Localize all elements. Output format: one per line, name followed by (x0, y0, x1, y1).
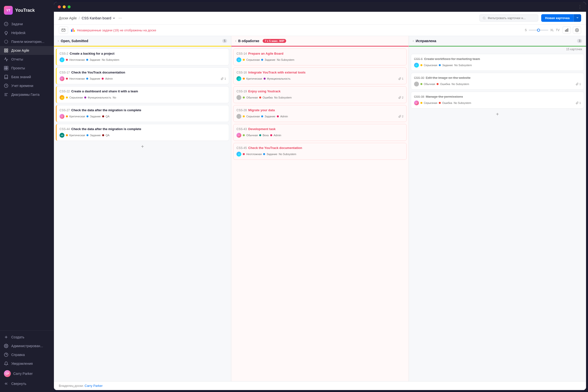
sidebar-item-projects[interactable]: Проекты (0, 64, 54, 72)
sidebar-item-monitoring[interactable]: Панели мониторин... (0, 37, 54, 46)
card-css-22[interactable]: CSS-22 Create a dashboard and share it w… (56, 86, 229, 103)
settings-toolbar-button[interactable] (573, 26, 581, 34)
col-arrow-submitted[interactable]: ‹ (58, 39, 59, 43)
card-css-27[interactable]: CSS-27 Check the data after the migratio… (56, 105, 229, 122)
col-count-fixed: 3 (577, 39, 582, 43)
size-xl-label: XL (550, 28, 554, 32)
card-css-16[interactable]: CSS-16 Integrate YouTrack with external … (233, 68, 406, 84)
type-label: Ошибка (263, 96, 273, 99)
svg-rect-9 (4, 68, 6, 70)
card-avatar (236, 114, 241, 119)
type-label: Задание (90, 77, 100, 80)
traffic-light-yellow[interactable] (63, 6, 66, 8)
card-css-30[interactable]: CSS-30 Edit the image on the website Обы… (411, 73, 584, 90)
priority-dot (66, 96, 68, 98)
type-dot (263, 153, 265, 155)
type-dot (259, 134, 261, 136)
sidebar-item-label: Диаграммы Ганта (11, 92, 40, 96)
breadcrumb-current[interactable]: CSS Kanban board (82, 16, 116, 20)
sidebar-item-gantt[interactable]: Диаграммы Ганта (0, 90, 54, 99)
card-css-6[interactable]: CSS-6 Create workflows for marketing tea… (411, 54, 584, 71)
sidebar-item-helpdesk[interactable]: Helpdesk (0, 28, 54, 37)
priority-label: Неотложная (69, 77, 85, 80)
new-card-arrow-button[interactable] (574, 14, 581, 22)
chart-toolbar-button[interactable] (562, 26, 571, 34)
window-more-icon[interactable]: ⋮ (578, 4, 582, 10)
gear-icon (4, 344, 8, 348)
collapse-button[interactable]: Свернуть (0, 379, 54, 388)
column-inprogress: ‹ В обработке 7 с 5 макс. WIP CSS-14 Pre… (231, 36, 409, 381)
add-card-fixed[interactable]: + (411, 110, 584, 118)
add-card-submitted[interactable]: + (56, 143, 229, 150)
sidebar-item-admin[interactable]: Администрирован... (0, 342, 54, 350)
traffic-light-green[interactable] (68, 6, 70, 8)
subsystem-dot (277, 116, 279, 117)
sidebar-item-tasks[interactable]: Задачи (0, 20, 54, 28)
collapse-label: Свернуть (11, 382, 26, 386)
column-cards-fixed: CSS-6 Create workflows for marketing tea… (409, 52, 586, 381)
svg-rect-4 (6, 49, 8, 50)
clock-icon (4, 84, 8, 88)
priority-label: Обычная (246, 96, 258, 99)
size-s-label: S (525, 28, 527, 32)
user-profile[interactable]: CP Carry Parker (0, 368, 54, 379)
card-css-19[interactable]: CSS-19 Enjoy using Youtrack Обычная Ошиб… (233, 86, 406, 103)
card-title: Prepare an Agile Board (248, 52, 283, 55)
new-card-button[interactable]: Новая карточка (541, 14, 574, 22)
kanban-board: ‹ Open, Submitted 5 CSS-2 Create a backl… (54, 36, 586, 381)
window-chrome: ⋮ (54, 2, 586, 12)
card-css-44[interactable]: CSS-44 Check the data after the migratio… (56, 124, 229, 141)
card-title: Create a dashboard and share it with a t… (71, 90, 138, 93)
size-slider-track[interactable] (529, 30, 548, 30)
card-id: CSS-19 (236, 90, 247, 93)
card-avatar: Q (60, 114, 64, 119)
search-input[interactable] (488, 16, 535, 20)
type-dot (86, 59, 88, 61)
card-css-43[interactable]: CSS-43 Development task D Обычная Веха A… (233, 124, 406, 141)
sidebar-item-notifications[interactable]: Уведомления (0, 359, 54, 368)
sidebar-item-create[interactable]: Создать (0, 333, 54, 342)
email-toolbar-button[interactable] (59, 26, 68, 34)
card-css-45[interactable]: CSS-45 Check the YouTrack documentation … (233, 143, 406, 160)
card-title: Edit the image on the website (426, 76, 471, 80)
traffic-light-red[interactable] (58, 6, 61, 8)
col-arrow-inprogress[interactable]: ‹ (235, 39, 236, 43)
footer-owner-link[interactable]: Carry Parker (84, 384, 103, 388)
svg-point-17 (6, 346, 7, 347)
card-title: Migrate your data (248, 108, 275, 112)
subsystem-dot (102, 116, 104, 117)
size-slider-thumb (537, 29, 540, 32)
subsystem-val: Admin (105, 77, 113, 80)
svg-rect-25 (568, 29, 568, 31)
header-search (480, 14, 538, 22)
col-arrow-fixed[interactable]: ‹ (413, 39, 414, 43)
sidebar-item-time[interactable]: Учет времени (0, 81, 54, 90)
card-css-17[interactable]: CSS-17 Check the YouTrack documentation … (56, 68, 229, 84)
type-label: Задание (266, 153, 277, 156)
priority-dot (243, 96, 245, 98)
header-more-button[interactable]: ··· (118, 16, 122, 20)
card-id: CSS-17 (60, 71, 70, 74)
breadcrumb-parent[interactable]: Доски Agile (59, 16, 77, 20)
headset-icon (4, 30, 8, 35)
breadcrumb-separator: / (79, 16, 80, 20)
card-css-38[interactable]: CSS-38 Manage the permissions M Серьезна… (411, 92, 584, 108)
notice-text[interactable]: Незавершенные задачи (19) не отображены … (77, 28, 156, 32)
toolbar-right (562, 26, 581, 34)
gantt-icon (4, 92, 8, 97)
card-meta: O Серьезная Функциональность No (60, 95, 226, 100)
attach-indicator: 1 (576, 82, 581, 86)
sidebar-item-reports[interactable]: Отчеты (0, 55, 54, 64)
card-title: Manage the permissions (426, 95, 463, 98)
bar-chart-toolbar-icon (565, 28, 569, 32)
priority-dot (420, 83, 422, 85)
card-title: Create workflows for marketing team (424, 57, 480, 61)
sidebar-item-agile[interactable]: Доски Agile (0, 46, 54, 55)
sidebar-item-knowledge[interactable]: База знаний (0, 72, 54, 81)
card-title: Integrate YouTrack with external tools (248, 70, 306, 74)
card-css-2[interactable]: CSS-2 Create a backlog for a project C Н… (56, 48, 229, 66)
sidebar-item-label: Учет времени (11, 84, 33, 88)
card-css-14[interactable]: CSS-14 Prepare an Agile Board C Серьезна… (233, 48, 406, 66)
card-css-28[interactable]: CSS-28 Migrate your data Серьезная Задан… (233, 105, 406, 122)
sidebar-item-help[interactable]: Справка (0, 350, 54, 359)
